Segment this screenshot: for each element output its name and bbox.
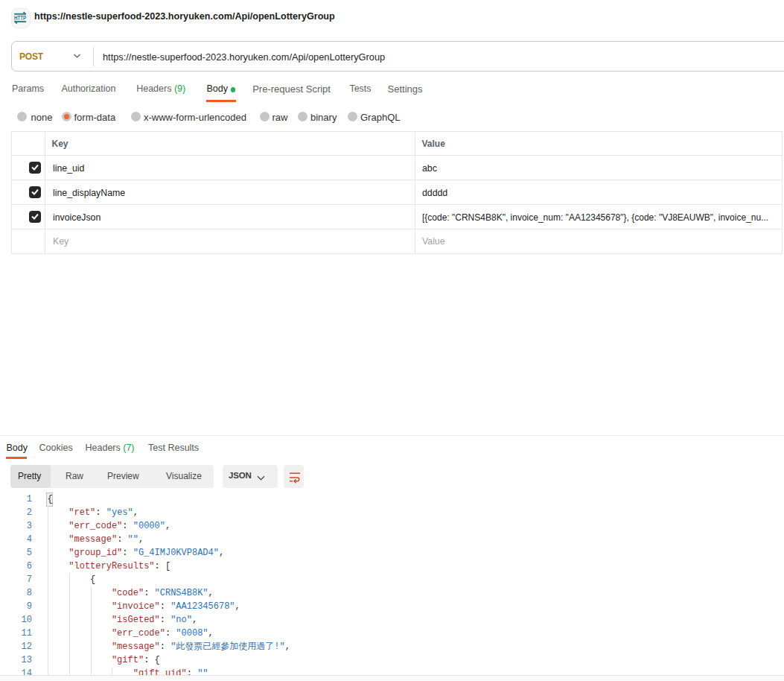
svg-text:HTTP: HTTP: [14, 14, 26, 22]
